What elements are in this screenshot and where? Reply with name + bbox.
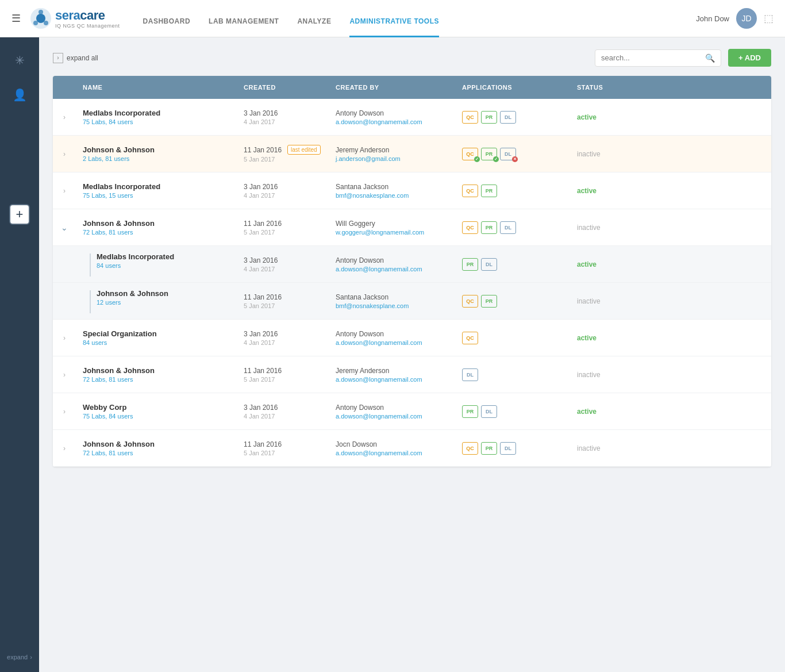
nav-analyze[interactable]: ANALYZE: [297, 17, 331, 37]
org-sub[interactable]: 84 users: [83, 339, 230, 346]
date-secondary: 4 Jan 2017: [244, 413, 322, 420]
td-name: Johnson & Johnson 12 users: [76, 289, 237, 313]
sidebar-icon-asterisk[interactable]: ✳: [8, 49, 31, 72]
td-name: Johnson & Johnson 72 Labs, 81 users: [76, 219, 237, 236]
creator-name: Jeremy Anderson: [336, 146, 448, 154]
creator-email[interactable]: a.dowson@longnamemail.com: [336, 413, 448, 420]
nav-right: John Dow JD ⬚: [696, 8, 774, 29]
org-name: Johnson & Johnson: [83, 145, 230, 154]
app-badge-pr: PR: [481, 295, 497, 308]
org-sub[interactable]: 72 Labs, 81 users: [83, 450, 230, 456]
apps-list: DL: [462, 368, 563, 381]
hamburger-icon[interactable]: ☰: [11, 12, 21, 25]
row-chevron[interactable]: [53, 334, 76, 342]
creator-email[interactable]: a.dowson@longnamemail.com: [336, 376, 448, 383]
td-status: active: [570, 333, 639, 342]
row-chevron[interactable]: [53, 187, 76, 195]
td-apps: QC PR: [455, 185, 570, 197]
th-created: CREATED: [237, 84, 329, 91]
org-sub[interactable]: 2 Labs, 81 users: [83, 155, 230, 162]
nav-lab-management[interactable]: LAB MANAGEMENT: [209, 17, 279, 37]
nav-admin-tools[interactable]: ADMINISTRATIVE TOOLS: [349, 17, 439, 37]
expand-all-button[interactable]: › expand all: [53, 53, 98, 63]
creator-email[interactable]: a.dowson@longnamemail.com: [336, 266, 448, 272]
row-chevron[interactable]: [53, 113, 76, 121]
creator-email[interactable]: bmf@nosnakesplane.com: [336, 192, 448, 199]
org-sub[interactable]: 72 Labs, 81 users: [83, 376, 230, 383]
sidebar-expand[interactable]: expand ›: [0, 654, 39, 661]
creator-name: Antony Dowson: [336, 256, 448, 264]
creator-name: Antony Dowson: [336, 330, 448, 338]
td-creator: Antony Dowson a.dowson@longnamemail.com: [329, 256, 455, 272]
td-status: inactive: [570, 223, 639, 232]
row-chevron[interactable]: [53, 223, 76, 232]
search-box[interactable]: 🔍: [595, 49, 721, 67]
sidebar-add-button[interactable]: +: [9, 204, 30, 225]
status-badge: inactive: [577, 444, 601, 452]
org-name: Special Organization: [83, 329, 230, 338]
date-primary: 3 Jan 2016: [244, 183, 322, 191]
td-created: 11 Jan 2016 5 Jan 2017: [237, 367, 329, 383]
date-secondary: 4 Jan 2017: [244, 266, 322, 272]
table-row: Johnson & Johnson 72 Labs, 81 users 11 J…: [53, 356, 771, 393]
check-icon: ✓: [474, 156, 480, 162]
logo: seracare IQ NGS QC Management: [30, 7, 120, 29]
td-status: active: [570, 407, 639, 416]
search-icon: 🔍: [705, 53, 715, 63]
x-icon: ✕: [512, 156, 518, 162]
date-secondary: 5 Jan 2017: [244, 156, 322, 163]
user-name: John Dow: [696, 14, 729, 23]
row-chevron[interactable]: [53, 150, 76, 158]
date-secondary: 5 Jan 2017: [244, 450, 322, 456]
creator-email[interactable]: w.goggeru@longnamemail.com: [336, 229, 448, 236]
td-apps: QC PR: [455, 295, 570, 308]
app-badge-pr: PR: [481, 185, 497, 197]
org-sub[interactable]: 72 Labs, 81 users: [83, 229, 230, 236]
org-name: Johnson & Johnson: [97, 289, 168, 298]
th-name: NAME: [76, 84, 237, 91]
creator-name: Jocn Dowson: [336, 440, 448, 448]
td-status: active: [570, 113, 639, 121]
td-name: Special Organization 84 users: [76, 329, 237, 346]
td-creator: Will Goggery w.goggeru@longnamemail.com: [329, 220, 455, 236]
creator-email[interactable]: a.dowson@longnamemail.com: [336, 450, 448, 456]
org-name: Webby Corp: [83, 403, 230, 412]
td-apps: QC: [455, 332, 570, 344]
date-secondary: 4 Jan 2017: [244, 118, 322, 125]
date-badge: 11 Jan 2016 last edited: [244, 145, 321, 155]
nav-dashboard[interactable]: DASHBOARD: [143, 17, 191, 37]
org-sub[interactable]: 75 Labs, 15 users: [83, 192, 230, 199]
td-status: active: [570, 260, 639, 268]
creator-email[interactable]: a.dowson@longnamemail.com: [336, 339, 448, 346]
org-sub[interactable]: 75 Labs, 84 users: [83, 118, 230, 125]
td-creator: Santana Jackson bmf@nosnakesplane.com: [329, 183, 455, 199]
row-chevron[interactable]: [53, 371, 76, 379]
date-primary: 11 Jan 2016: [244, 440, 322, 448]
td-created: 11 Jan 2016 5 Jan 2017: [237, 293, 329, 309]
app-badge-pr: PR: [481, 111, 497, 124]
org-sub[interactable]: 75 Labs, 84 users: [83, 413, 230, 420]
row-chevron[interactable]: [53, 408, 76, 416]
sidebar: ✳ 👤 + expand ›: [0, 37, 39, 672]
avatar: JD: [736, 8, 757, 29]
creator-email[interactable]: j.anderson@gmail.com: [336, 155, 448, 162]
date-secondary: 4 Jan 2017: [244, 192, 322, 199]
search-input[interactable]: [601, 53, 702, 62]
org-sub[interactable]: 12 users: [97, 299, 168, 306]
creator-name: Santana Jackson: [336, 183, 448, 191]
creator-email[interactable]: bmf@nosnakesplane.com: [336, 302, 448, 309]
indent-line: [90, 254, 91, 277]
chevron-right-icon: [63, 150, 66, 158]
expand-icon: ›: [53, 53, 63, 63]
logout-icon[interactable]: ⬚: [764, 12, 774, 25]
sidebar-icon-user[interactable]: 👤: [8, 83, 31, 106]
creator-email[interactable]: a.dowson@longnamemail.com: [336, 118, 448, 125]
row-chevron[interactable]: [53, 444, 76, 452]
table-row: Johnson & Johnson 2 Labs, 81 users 11 Ja…: [53, 136, 771, 172]
date-primary: 3 Jan 2016: [244, 109, 322, 117]
org-sub[interactable]: 84 users: [97, 262, 174, 269]
org-name: Johnson & Johnson: [83, 440, 230, 448]
chevron-right-icon: [63, 371, 66, 379]
add-button[interactable]: + ADD: [728, 49, 771, 67]
td-apps: QC PR DL: [455, 221, 570, 234]
